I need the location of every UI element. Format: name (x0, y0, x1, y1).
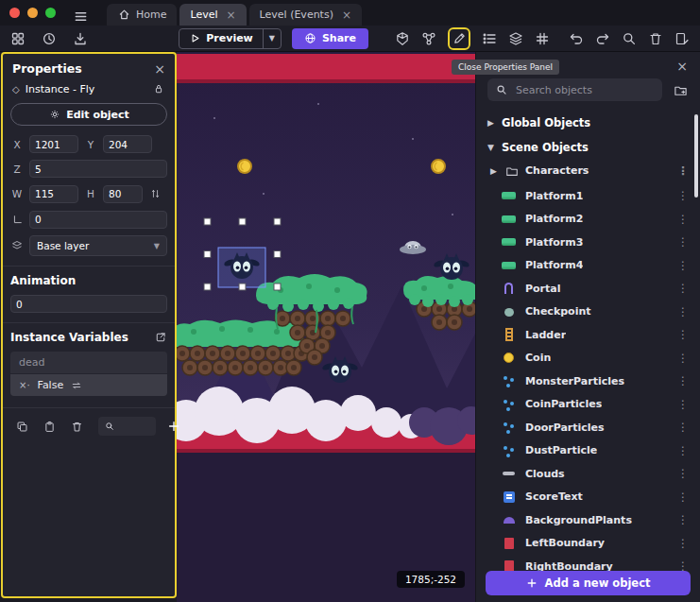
object-item-platform2[interactable]: Platform2⋮ (476, 208, 700, 232)
add-folder-icon[interactable] (671, 80, 690, 99)
tab-bar: Home Level × Level (Events) × (107, 0, 362, 26)
variable-value: False (38, 379, 64, 391)
lock-icon[interactable] (152, 82, 165, 95)
instances-list-icon[interactable] (480, 29, 499, 48)
open-variables-editor-icon[interactable] (154, 331, 167, 344)
x-input[interactable] (29, 135, 78, 153)
variable-name-row[interactable]: dead (10, 352, 167, 374)
item-menu-icon[interactable]: ⋮ (677, 189, 689, 202)
item-menu-icon[interactable]: ⋮ (677, 305, 689, 318)
trash-icon[interactable] (67, 417, 86, 436)
close-tab-icon[interactable]: × (227, 9, 236, 21)
history-icon[interactable] (40, 29, 59, 48)
paste-icon[interactable] (40, 417, 59, 436)
layer-select[interactable]: Base layer ▼ (29, 235, 167, 256)
item-menu-icon[interactable]: ⋮ (677, 467, 689, 480)
object-item-dustparticle[interactable]: DustParticle⋮ (476, 439, 700, 463)
search-objects-box[interactable] (487, 78, 662, 101)
item-menu-icon[interactable]: ⋮ (677, 328, 689, 341)
undo-icon[interactable] (567, 29, 586, 48)
add-new-object-button[interactable]: Add a new object (486, 571, 691, 595)
tab-home[interactable]: Home (107, 4, 177, 26)
item-menu-icon[interactable]: ⋮ (677, 259, 689, 272)
scrollbar[interactable] (694, 114, 698, 198)
z-input[interactable] (29, 160, 167, 178)
item-menu-icon[interactable]: ⋮ (677, 513, 689, 526)
item-menu-icon[interactable]: ⋮ (677, 444, 689, 457)
object-item-platform3[interactable]: Platform3⋮ (476, 231, 700, 254)
item-menu-icon[interactable]: ⋮ (677, 398, 689, 411)
preview-dropdown-icon[interactable]: ▼ (263, 29, 281, 48)
search-objects-input[interactable] (514, 83, 655, 97)
add-variable-button[interactable] (164, 417, 183, 436)
object-item-monsterparticles[interactable]: MonsterParticles⋮ (476, 370, 700, 393)
object-groups-icon[interactable] (419, 29, 438, 48)
platform-long[interactable] (177, 320, 309, 376)
angle-input[interactable] (29, 211, 167, 229)
close-objects-panel-icon[interactable]: × (676, 60, 688, 73)
layers-icon[interactable] (506, 29, 525, 48)
edit-events-icon[interactable] (673, 29, 691, 48)
menu-icon[interactable] (71, 7, 90, 26)
plants-icon (502, 513, 517, 526)
tab-level-events[interactable]: Level (Events) × (249, 4, 362, 26)
instances-editor-icon[interactable] (393, 29, 412, 48)
group-global-objects[interactable]: ▶ Global Objects (476, 111, 700, 135)
coin-sprite[interactable] (432, 160, 445, 173)
object-item-coin[interactable]: Coin⋮ (476, 347, 700, 370)
item-menu-icon[interactable]: ⋮ (677, 213, 689, 226)
folder-characters[interactable]: ▶ Characters ⋮ (476, 160, 700, 181)
animation-input[interactable] (10, 295, 167, 313)
item-menu-icon[interactable]: ⋮ (677, 352, 689, 365)
close-tab-icon[interactable]: × (342, 9, 351, 21)
item-menu-icon[interactable]: ⋮ (677, 421, 689, 434)
height-input[interactable] (103, 185, 143, 203)
object-item-scoretext[interactable]: ScoreText⋮ (476, 486, 700, 509)
variables-search-box[interactable] (98, 417, 156, 436)
aspect-lock-icon[interactable] (148, 184, 162, 203)
delete-icon[interactable] (646, 29, 665, 48)
grid-icon[interactable] (533, 29, 552, 48)
group-scene-objects[interactable]: ▼ Scene Objects (476, 135, 700, 160)
coin-sprite[interactable] (238, 160, 251, 173)
toggle-boolean-icon[interactable] (71, 380, 82, 391)
item-menu-icon[interactable]: ⋮ (677, 235, 689, 249)
copy-icon[interactable] (12, 417, 31, 436)
object-item-label: CoinParticles (525, 398, 602, 410)
object-item-platform4[interactable]: Platform4⋮ (476, 254, 700, 278)
variables-search-input[interactable] (118, 420, 150, 433)
object-item-coinparticles[interactable]: CoinParticles⋮ (476, 393, 700, 417)
redo-icon[interactable] (593, 29, 612, 48)
save-icon[interactable] (71, 29, 90, 48)
variable-value-row[interactable]: ×· False (10, 374, 167, 396)
object-item-leftboundary[interactable]: LeftBoundary⋮ (476, 532, 700, 556)
close-properties-icon[interactable]: × (154, 62, 165, 76)
checkpoint-icon (502, 305, 517, 318)
close-window-button[interactable] (9, 8, 20, 18)
item-menu-icon[interactable]: ⋮ (677, 164, 689, 178)
object-item-doorparticles[interactable]: DoorParticles⋮ (476, 416, 700, 439)
preview-button[interactable]: Preview ▼ (179, 28, 282, 49)
item-menu-icon[interactable]: ⋮ (677, 282, 689, 295)
item-menu-icon[interactable]: ⋮ (677, 374, 689, 387)
width-input[interactable] (29, 185, 78, 203)
item-menu-icon[interactable]: ⋮ (677, 537, 689, 550)
objects-panel: × ▶ Global Objects ▼ Scene Objects ▶ (475, 52, 700, 602)
object-item-portal[interactable]: Portal⋮ (476, 277, 700, 301)
tab-level[interactable]: Level × (179, 4, 246, 26)
minimize-window-button[interactable] (27, 8, 38, 18)
object-item-ladder[interactable]: Ladder⋮ (476, 323, 700, 347)
share-button[interactable]: Share (292, 28, 368, 49)
object-item-checkpoint[interactable]: Checkpoint⋮ (476, 301, 700, 324)
layout-grid-icon[interactable] (9, 29, 27, 48)
fullscreen-window-button[interactable] (45, 8, 56, 18)
zoom-icon[interactable] (620, 29, 639, 48)
object-item-clouds[interactable]: Clouds⋮ (476, 462, 700, 486)
scene-canvas[interactable]: 1785;-252 (177, 52, 475, 602)
y-input[interactable] (103, 135, 152, 153)
item-menu-icon[interactable]: ⋮ (677, 490, 689, 504)
object-item-platform1[interactable]: Platform1⋮ (476, 184, 700, 208)
edit-object-button[interactable]: Edit object (10, 103, 167, 126)
object-item-backgroundplants[interactable]: BackgroundPlants⋮ (476, 508, 700, 532)
edit-properties-icon[interactable] (452, 31, 467, 46)
